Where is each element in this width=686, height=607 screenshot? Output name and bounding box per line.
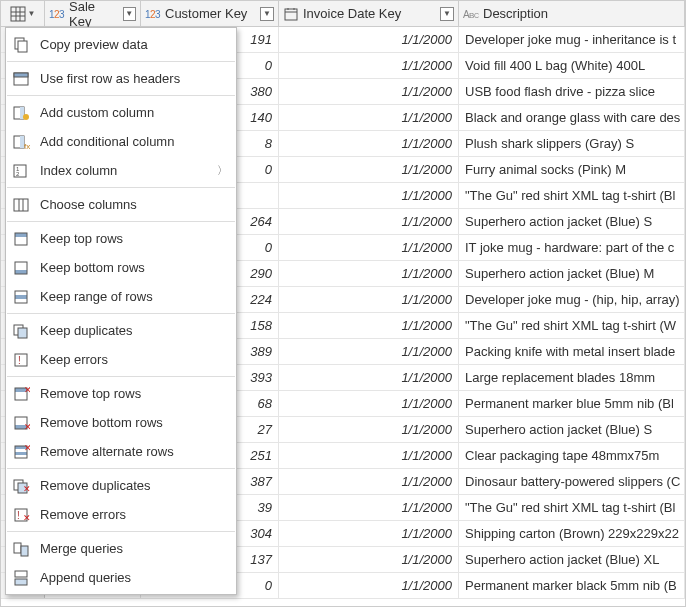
menu-remove-alternate-rows[interactable]: ✕ Remove alternate rows — [6, 437, 236, 466]
svg-text:✕: ✕ — [23, 484, 30, 494]
cell-description[interactable]: Void fill 400 L bag (White) 400L — [459, 53, 685, 78]
menu-add-custom-column[interactable]: Add custom column — [6, 98, 236, 127]
column-header-label: Sale Key — [69, 0, 119, 29]
svg-rect-41 — [18, 328, 27, 338]
menu-separator — [7, 468, 235, 469]
cell-description[interactable]: Superhero action jacket (Blue) XL — [459, 547, 685, 572]
cell-description[interactable]: Plush shark slippers (Gray) S — [459, 131, 685, 156]
svg-rect-21 — [14, 73, 28, 77]
svg-rect-19 — [18, 41, 27, 52]
cell-invoice-date[interactable]: 1/1/2000 — [279, 235, 459, 260]
menu-keep-errors[interactable]: ! Keep errors — [6, 345, 236, 374]
cell-invoice-date[interactable]: 1/1/2000 — [279, 313, 459, 338]
column-header-description[interactable]: ABC Description — [459, 1, 685, 26]
cell-invoice-date[interactable]: 1/1/2000 — [279, 547, 459, 572]
menu-keep-bottom-rows[interactable]: Keep bottom rows — [6, 253, 236, 282]
chevron-down-icon: ▼ — [28, 9, 36, 18]
index-column-icon: 12 — [12, 162, 30, 180]
cell-invoice-date[interactable]: 1/1/2000 — [279, 573, 459, 598]
cell-invoice-date[interactable]: 1/1/2000 — [279, 53, 459, 78]
chevron-right-icon: 〉 — [217, 163, 228, 178]
menu-first-row-headers[interactable]: Use first row as headers — [6, 64, 236, 93]
menu-keep-duplicates[interactable]: Keep duplicates — [6, 316, 236, 345]
cell-description[interactable]: Furry animal socks (Pink) M — [459, 157, 685, 182]
merge-icon — [12, 540, 30, 558]
cell-invoice-date[interactable]: 1/1/2000 — [279, 495, 459, 520]
cell-invoice-date[interactable]: 1/1/2000 — [279, 443, 459, 468]
cell-description[interactable]: "The Gu" red shirt XML tag t-shirt (W — [459, 313, 685, 338]
svg-text:✕: ✕ — [24, 422, 30, 432]
cell-invoice-date[interactable]: 1/1/2000 — [279, 183, 459, 208]
svg-text:3: 3 — [155, 9, 161, 20]
menu-index-column[interactable]: 12 Index column 〉 — [6, 156, 236, 185]
number-type-icon: 123 — [145, 6, 161, 22]
cell-invoice-date[interactable]: 1/1/2000 — [279, 287, 459, 312]
cell-description[interactable]: Shipping carton (Brown) 229x229x22 — [459, 521, 685, 546]
menu-merge-queries[interactable]: Merge queries — [6, 534, 236, 563]
cell-description[interactable]: Permanent marker black 5mm nib (B — [459, 573, 685, 598]
cell-invoice-date[interactable]: 1/1/2000 — [279, 469, 459, 494]
cell-description[interactable]: Clear packaging tape 48mmx75m — [459, 443, 685, 468]
keep-bottom-icon — [12, 259, 30, 277]
cell-invoice-date[interactable]: 1/1/2000 — [279, 209, 459, 234]
cell-invoice-date[interactable]: 1/1/2000 — [279, 27, 459, 52]
cell-description[interactable]: Permanent marker blue 5mm nib (Bl — [459, 391, 685, 416]
svg-rect-38 — [15, 295, 27, 299]
column-filter-button[interactable]: ▼ — [260, 7, 274, 21]
cell-description[interactable]: Superhero action jacket (Blue) S — [459, 417, 685, 442]
cell-description[interactable]: Superhero action jacket (Blue) M — [459, 261, 685, 286]
svg-text:✕: ✕ — [24, 385, 30, 395]
menu-remove-errors[interactable]: !✕ Remove errors — [6, 500, 236, 529]
cell-description[interactable]: Large replacement blades 18mm — [459, 365, 685, 390]
cell-invoice-date[interactable]: 1/1/2000 — [279, 339, 459, 364]
remove-alternate-icon: ✕ — [12, 443, 30, 461]
cell-invoice-date[interactable]: 1/1/2000 — [279, 105, 459, 130]
cell-invoice-date[interactable]: 1/1/2000 — [279, 365, 459, 390]
column-header-invoice-date[interactable]: Invoice Date Key ▼ — [279, 1, 459, 26]
svg-rect-11 — [285, 9, 297, 20]
column-filter-button[interactable]: ▼ — [123, 7, 136, 21]
cell-invoice-date[interactable]: 1/1/2000 — [279, 79, 459, 104]
append-icon — [12, 569, 30, 587]
cell-invoice-date[interactable]: 1/1/2000 — [279, 157, 459, 182]
cell-description[interactable]: Black and orange glass with care des — [459, 105, 685, 130]
menu-remove-top-rows[interactable]: ✕ Remove top rows — [6, 379, 236, 408]
table-header: ▼ 123 Sale Key ▼ 123 Customer Key ▼ Invo… — [1, 1, 685, 27]
menu-add-conditional-column[interactable]: fx Add conditional column — [6, 127, 236, 156]
cell-description[interactable]: IT joke mug - hardware: part of the c — [459, 235, 685, 260]
menu-append-queries[interactable]: Append queries — [6, 563, 236, 592]
svg-text:2: 2 — [16, 171, 20, 177]
cell-description[interactable]: "The Gu" red shirt XML tag t-shirt (Bl — [459, 495, 685, 520]
cell-invoice-date[interactable]: 1/1/2000 — [279, 417, 459, 442]
number-type-icon: 123 — [49, 6, 65, 22]
cell-invoice-date[interactable]: 1/1/2000 — [279, 391, 459, 416]
svg-rect-60 — [14, 543, 21, 553]
svg-rect-0 — [11, 7, 25, 21]
column-header-sale-key[interactable]: 123 Sale Key ▼ — [45, 1, 141, 26]
cell-invoice-date[interactable]: 1/1/2000 — [279, 261, 459, 286]
cell-invoice-date[interactable]: 1/1/2000 — [279, 131, 459, 156]
cell-description[interactable]: Dinosaur battery-powered slippers (C — [459, 469, 685, 494]
column-filter-button[interactable]: ▼ — [440, 7, 454, 21]
headers-icon — [12, 70, 30, 88]
svg-rect-63 — [15, 579, 27, 585]
menu-keep-range-rows[interactable]: Keep range of rows — [6, 282, 236, 311]
menu-choose-columns[interactable]: Choose columns — [6, 190, 236, 219]
table-corner-button[interactable]: ▼ — [1, 1, 45, 26]
menu-keep-top-rows[interactable]: Keep top rows — [6, 224, 236, 253]
cell-description[interactable]: USB food flash drive - pizza slice — [459, 79, 685, 104]
menu-copy-preview[interactable]: Copy preview data — [6, 30, 236, 59]
cell-description[interactable]: Superhero action jacket (Blue) S — [459, 209, 685, 234]
cell-invoice-date[interactable]: 1/1/2000 — [279, 521, 459, 546]
choose-columns-icon — [12, 196, 30, 214]
menu-remove-bottom-rows[interactable]: ✕ Remove bottom rows — [6, 408, 236, 437]
keep-top-icon — [12, 230, 30, 248]
menu-remove-duplicates[interactable]: ✕ Remove duplicates — [6, 471, 236, 500]
table-icon — [10, 6, 26, 22]
svg-rect-31 — [14, 199, 28, 211]
cell-description[interactable]: Developer joke mug - (hip, hip, array) — [459, 287, 685, 312]
cell-description[interactable]: Packing knife with metal insert blade — [459, 339, 685, 364]
cell-description[interactable]: Developer joke mug - inheritance is t — [459, 27, 685, 52]
cell-description[interactable]: "The Gu" red shirt XML tag t-shirt (Bl — [459, 183, 685, 208]
column-header-customer-key[interactable]: 123 Customer Key ▼ — [141, 1, 279, 26]
